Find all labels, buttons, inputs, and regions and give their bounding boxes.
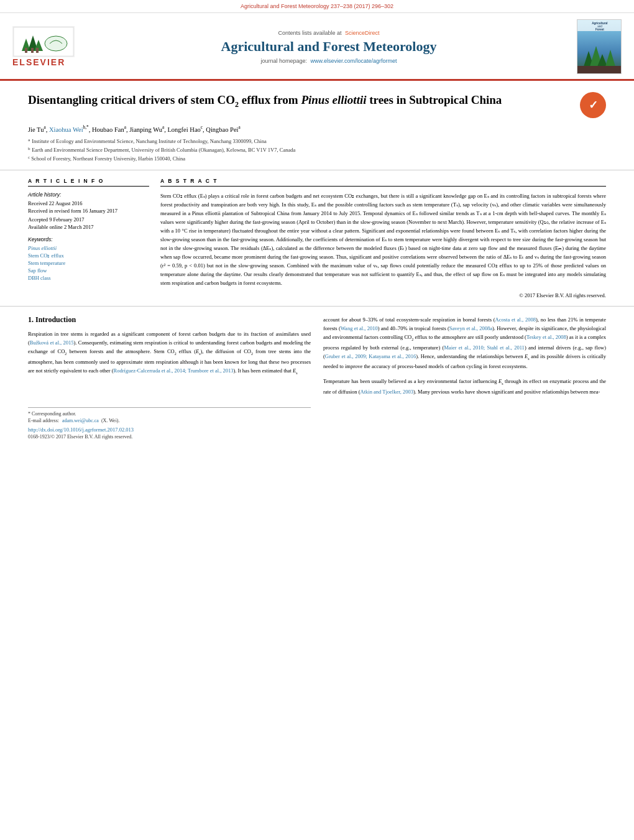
- keywords-label: Keywords:: [28, 236, 149, 242]
- top-bar: Agricultural and Forest Meteorology 237–…: [0, 0, 634, 13]
- contents-available: Contents lists available at ScienceDirec…: [93, 30, 564, 36]
- journal-cover-icon: Agricultural and Forest: [577, 20, 622, 74]
- doi-link[interactable]: http://dx.doi.org/10.1016/j.agrformet.20…: [28, 427, 134, 433]
- email-link[interactable]: adam.wei@ubc.ca: [62, 418, 99, 423]
- received-date-2: Received in revised form 16 January 2017: [28, 208, 149, 215]
- history-label: Article history:: [28, 192, 149, 198]
- journal-ref: Agricultural and Forest Meteorology 237–…: [241, 3, 393, 9]
- footnote-section: * Corresponding author. E-mail address: …: [28, 407, 311, 423]
- ref-atkin[interactable]: Atkin and Tjoelker, 2003: [361, 389, 413, 395]
- svg-rect-6: [31, 48, 34, 53]
- footnote-email: E-mail address: adam.wei@ubc.ca (X. Wei)…: [28, 418, 311, 423]
- right-paragraph-1: account for about 9–33% of total ecosyst…: [323, 315, 606, 371]
- article-info-column: A R T I C L E I N F O Article history: R…: [28, 178, 149, 298]
- intro-paragraph-1: Respiration in tree stems is regarded as…: [28, 330, 311, 376]
- ref-acosta[interactable]: Acosta et al., 2008: [495, 316, 536, 323]
- sciencedirect-link[interactable]: ScienceDirect: [345, 30, 380, 36]
- ref-gruber[interactable]: Gruber et al., 2009; Katayama et al., 20…: [325, 353, 416, 359]
- journal-header: ELSEVIER Contents lists available at Sci…: [0, 13, 634, 81]
- article-title: Disentangling critical drivers of stem C…: [28, 92, 571, 110]
- copyright-line: © 2017 Elsevier B.V. All rights reserved…: [160, 292, 606, 298]
- svg-rect-14: [577, 66, 622, 74]
- affiliations: ᵃ Institute of Ecology and Environmental…: [28, 137, 606, 164]
- keyword-2[interactable]: Stem CO₂ efflux: [28, 252, 149, 259]
- article-title-section: Disentangling critical drivers of stem C…: [0, 81, 634, 170]
- keyword-5[interactable]: DBH class: [28, 275, 149, 281]
- author-wei-link[interactable]: Xiaohua Wei: [49, 126, 83, 133]
- ref-maier[interactable]: Maier et al., 2010; Stahl et al., 2011: [444, 344, 525, 351]
- received-date-1: Received 22 August 2016: [28, 200, 149, 206]
- footnote-corresponding: * Corresponding author.: [28, 411, 311, 417]
- homepage-link[interactable]: www.elsevier.com/locate/agrformet: [311, 58, 397, 64]
- article-info-heading: A R T I C L E I N F O: [28, 178, 149, 187]
- issn-line: 0168-1923/© 2017 Elsevier B.V. All right…: [28, 434, 311, 440]
- intro-heading: 1. Introduction: [28, 315, 311, 325]
- affiliation-c: ᶜ School of Forestry, Northeast Forestry…: [28, 154, 606, 163]
- elsevier-svg-icon: [12, 26, 75, 57]
- ref-saveyn[interactable]: Saveyn et al., 2008a: [449, 325, 492, 331]
- ref-rodriguez[interactable]: Rodríguez-Calcerrada et al., 2014; Trumb…: [114, 367, 234, 374]
- article-info-abstract: A R T I C L E I N F O Article history: R…: [0, 170, 634, 307]
- affiliation-b: ᵇ Earth and Environmental Science Depart…: [28, 145, 606, 154]
- homepage-line: journal homepage: www.elsevier.com/locat…: [93, 58, 564, 64]
- elsevier-text: ELSEVIER: [12, 57, 81, 67]
- ref-teskey[interactable]: Teskey et al., 2008: [526, 334, 566, 340]
- authors-line: Jie Tua, Xiaohua Weib,*, Houbao Fana, Ji…: [28, 124, 606, 133]
- journal-header-center: Contents lists available at ScienceDirec…: [81, 30, 577, 64]
- right-paragraph-2: Temperature has been usually believed as…: [323, 377, 606, 396]
- ref-wang[interactable]: Wang et al., 2010: [341, 325, 378, 331]
- svg-text:Forest: Forest: [595, 28, 604, 31]
- abstract-column: A B S T R A C T Stem CO₂ efflux (Eₛ) pla…: [160, 178, 606, 298]
- keyword-1[interactable]: Pinus elliottii: [28, 245, 149, 251]
- crossmark-badge[interactable]: ✓: [580, 92, 606, 118]
- svg-point-8: [45, 36, 67, 51]
- accepted-date: Accepted 9 February 2017: [28, 216, 149, 223]
- ref-buzkova[interactable]: Bužková et al., 2015: [30, 339, 74, 346]
- right-column: account for about 9–33% of total ecosyst…: [323, 315, 606, 440]
- left-column: 1. Introduction Respiration in tree stem…: [28, 315, 311, 440]
- main-content: 1. Introduction Respiration in tree stem…: [0, 307, 634, 448]
- svg-rect-5: [25, 48, 27, 53]
- doi-line: http://dx.doi.org/10.1016/j.agrformet.20…: [28, 427, 311, 433]
- keyword-3[interactable]: Stem temperature: [28, 260, 149, 266]
- journal-main-title: Agricultural and Forest Meteorology: [93, 39, 564, 55]
- abstract-text: Stem CO₂ efflux (Eₛ) plays a critical ro…: [160, 192, 606, 287]
- available-date: Available online 2 March 2017: [28, 224, 149, 230]
- affiliation-a: ᵃ Institute of Ecology and Environmental…: [28, 137, 606, 145]
- keyword-4[interactable]: Sap flow: [28, 267, 149, 274]
- svg-rect-7: [36, 48, 39, 53]
- elsevier-logo: ELSEVIER: [12, 26, 81, 67]
- journal-thumbnail: Agricultural and Forest: [577, 19, 622, 74]
- abstract-heading: A B S T R A C T: [160, 178, 606, 187]
